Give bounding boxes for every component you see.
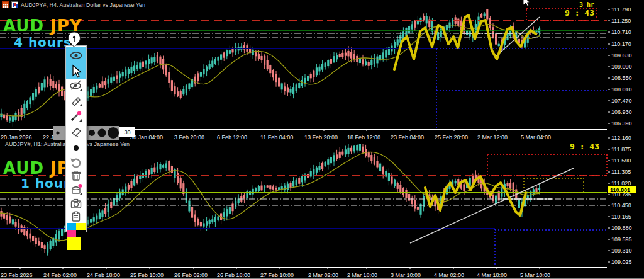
svg-text:25 Feb 20:00: 25 Feb 20:00 xyxy=(435,134,468,140)
highlighter-icon xyxy=(69,94,83,107)
svg-text:110.801: 110.801 xyxy=(610,187,630,193)
paint-pot-button[interactable] xyxy=(66,183,86,196)
svg-text:111.875: 111.875 xyxy=(611,146,631,152)
svg-text:107.470: 107.470 xyxy=(611,98,632,104)
svg-text:24 Feb 18:00: 24 Feb 18:00 xyxy=(87,272,120,278)
eye-icon xyxy=(69,49,83,62)
clipboard-button[interactable] xyxy=(66,210,86,222)
pen-color-dot xyxy=(77,111,81,115)
svg-text:5 Mar 04:00: 5 Mar 04:00 xyxy=(521,134,551,140)
pen-size-value: 30 xyxy=(119,127,135,137)
undo-button[interactable] xyxy=(66,156,86,169)
svg-text:2 Mar 12:00: 2 Mar 12:00 xyxy=(477,134,508,140)
svg-text:23 Feb 04:00: 23 Feb 04:00 xyxy=(391,134,424,140)
hide-annotations-button[interactable] xyxy=(66,79,86,93)
bottom-chart-box xyxy=(487,154,607,176)
svg-text:5 Mar 10:00: 5 Mar 10:00 xyxy=(520,272,550,278)
svg-text:110.710: 110.710 xyxy=(611,29,631,35)
trading-app-window: { "app": { "top_title": "AUDJPY#, H4: Au… xyxy=(0,0,644,279)
top-chart-title: AUDJPY#, H4: Australian Dollar vs Japane… xyxy=(21,2,145,8)
svg-text:11 Feb 04:00: 11 Feb 04:00 xyxy=(260,134,293,140)
svg-text:111.250: 111.250 xyxy=(611,18,631,24)
svg-text:110.170: 110.170 xyxy=(611,41,631,47)
svg-text:2 Mar 18:00: 2 Mar 18:00 xyxy=(347,272,377,278)
undo-icon xyxy=(69,156,83,169)
palette-color-yellow[interactable] xyxy=(76,223,86,230)
paint-pot-icon xyxy=(69,183,83,196)
svg-text:108.010: 108.010 xyxy=(611,86,632,93)
palette-color-cyan[interactable] xyxy=(67,223,76,230)
svg-text:24 Feb 02:00: 24 Feb 02:00 xyxy=(43,272,77,278)
svg-text:108.550: 108.550 xyxy=(611,75,632,81)
top-chart-title-bar: AUDJPY#, H4: Australian Dollar vs Japane… xyxy=(2,1,145,8)
svg-text:2 Mar 02:00: 2 Mar 02:00 xyxy=(308,272,338,278)
camera-icon xyxy=(69,198,83,209)
svg-text:13 Feb 20:00: 13 Feb 20:00 xyxy=(304,134,338,140)
bottom-timer: 9 : 43 xyxy=(570,142,599,151)
svg-text:23 Feb 2026: 23 Feb 2026 xyxy=(1,272,33,278)
svg-text:26 Feb 02:00: 26 Feb 02:00 xyxy=(174,272,208,278)
top-timer-countdown: 9 : 43 xyxy=(565,9,594,18)
svg-text:18 Feb 12:00: 18 Feb 12:00 xyxy=(347,134,380,140)
svg-text:6 Feb 12:00: 6 Feb 12:00 xyxy=(217,134,247,140)
svg-text:3 Feb 20:00: 3 Feb 20:00 xyxy=(174,134,204,140)
svg-text:109.595: 109.595 xyxy=(611,236,632,242)
annotation-pin-icon[interactable] xyxy=(67,31,82,48)
top-timer-hours: 3 hr xyxy=(565,2,594,9)
current-color-swatch[interactable] xyxy=(67,237,81,250)
svg-text:106.930: 106.930 xyxy=(611,109,632,115)
svg-text:109.090: 109.090 xyxy=(611,64,632,70)
top-timer: 3 hr 9 : 43 xyxy=(565,2,594,17)
svg-text:111.590: 111.590 xyxy=(611,157,631,164)
svg-text:109.310: 109.310 xyxy=(611,248,632,254)
svg-text:27 Feb 10:00: 27 Feb 10:00 xyxy=(260,272,294,278)
dot-size-icon xyxy=(69,143,83,153)
highlighter-tool-button[interactable] xyxy=(66,94,86,108)
svg-text:109.025: 109.025 xyxy=(611,259,632,265)
mouse-cursor xyxy=(522,0,531,6)
svg-text:25 Feb 10:00: 25 Feb 10:00 xyxy=(130,272,164,278)
svg-text:4 Mar 02:00: 4 Mar 02:00 xyxy=(434,272,464,278)
svg-text:111.305: 111.305 xyxy=(611,169,631,175)
bottom-watermark-aud: AUD xyxy=(3,159,44,178)
pot-color-dot xyxy=(79,184,82,188)
snapshot-button[interactable] xyxy=(66,197,86,210)
show-hide-button[interactable] xyxy=(66,47,86,63)
cursor-icon xyxy=(69,64,83,78)
svg-text:110.450: 110.450 xyxy=(611,202,631,208)
svg-text:109.880: 109.880 xyxy=(611,225,632,231)
top-chart: 20 Jan 202622 Ja30 Jan 04:003 Feb 20:006… xyxy=(0,6,632,140)
palette-color-magenta[interactable] xyxy=(67,230,76,237)
trash-icon xyxy=(69,169,83,182)
top-watermark-timeframe: 4 hours xyxy=(14,35,72,50)
pen-icon xyxy=(69,110,83,122)
trash-button[interactable] xyxy=(66,169,86,182)
clipboard-icon xyxy=(69,210,83,222)
candle-chart-icon xyxy=(11,1,18,8)
svg-text:3 Mar 10:00: 3 Mar 10:00 xyxy=(391,272,421,278)
top-watermark-aud: AUD xyxy=(3,16,44,35)
bottom-watermark-timeframe: 1 hour xyxy=(21,176,70,191)
svg-text:106.390: 106.390 xyxy=(611,120,632,127)
annotation-toolbar[interactable] xyxy=(65,45,87,232)
bottom-timer-countdown: 9 : 43 xyxy=(570,142,599,151)
svg-text:4 Mar 18:00: 4 Mar 18:00 xyxy=(477,272,507,278)
svg-text:110.165: 110.165 xyxy=(611,214,631,220)
table-icon xyxy=(2,1,9,8)
cursor-tool-button[interactable] xyxy=(66,63,86,79)
svg-text:109.630: 109.630 xyxy=(611,52,632,59)
dot-size-button[interactable] xyxy=(66,142,86,154)
eye-off-icon xyxy=(69,79,83,92)
bottom-chart: 23 Feb 202624 Feb 02:0024 Feb 18:0025 Fe… xyxy=(0,135,636,278)
palette-color-black[interactable] xyxy=(76,230,86,237)
pen-tool-button[interactable] xyxy=(66,109,86,123)
svg-text:111.020: 111.020 xyxy=(611,180,631,186)
svg-text:26 Feb 18:00: 26 Feb 18:00 xyxy=(217,272,250,278)
svg-text:20 Jan 2026: 20 Jan 2026 xyxy=(1,134,32,140)
svg-text:111.790: 111.790 xyxy=(611,6,631,13)
